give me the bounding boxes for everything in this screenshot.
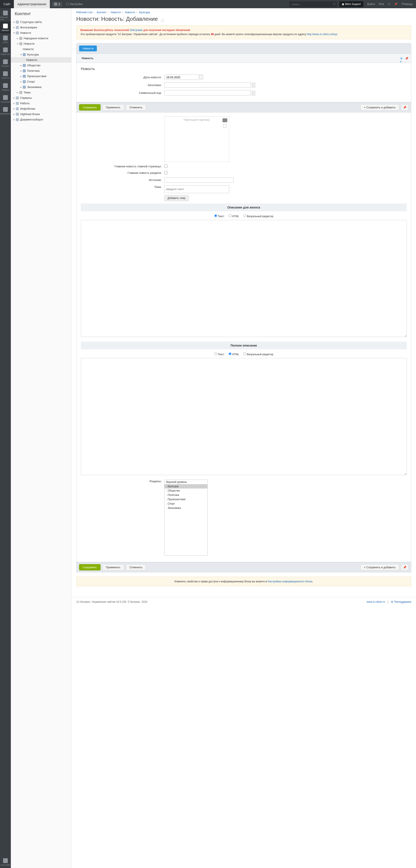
radio-input[interactable]: [243, 352, 246, 355]
notes-icon[interactable]: ☐: [388, 3, 390, 6]
crumb-culture[interactable]: Культура: [139, 11, 150, 14]
buy-link[interactable]: http://www.1c-bitrix.ru/buy/: [307, 33, 338, 36]
tree-structure[interactable]: ▸Структура сайта: [11, 19, 71, 25]
apply-button-bottom[interactable]: Применить: [102, 564, 124, 570]
tree-sport[interactable]: ▸Спорт: [11, 79, 71, 84]
section-option-economy[interactable]: . Экономика: [164, 506, 207, 510]
section-option-incidents[interactable]: . Происшествия: [164, 497, 207, 501]
tree-services[interactable]: ▸Сервисы: [11, 95, 71, 100]
tab-site[interactable]: Сайт: [0, 0, 14, 8]
radio-input[interactable]: [229, 352, 231, 355]
apply-button[interactable]: Применить: [102, 104, 124, 111]
iblock-settings-link[interactable]: Настройках информационного блока.: [267, 580, 313, 583]
rail-shop[interactable]: Магазин: [0, 57, 11, 69]
tree-highload[interactable]: ▸Highload-блоки: [11, 112, 71, 117]
code-tools[interactable]: [252, 91, 255, 96]
crumb-news1[interactable]: Новости: [110, 11, 121, 14]
subtab-item[interactable]: Новость: [79, 56, 96, 61]
tree-work[interactable]: ▸Работа: [11, 100, 71, 106]
pin-icon[interactable]: 📌: [394, 3, 397, 6]
save-button[interactable]: Сохранить: [79, 104, 100, 111]
footer-site-link[interactable]: www.1c-bitrix.ru: [366, 600, 385, 603]
rail-marketing[interactable]: Маркетинг: [0, 45, 11, 57]
input-theme[interactable]: [164, 185, 229, 193]
rail-services[interactable]: Сервисы: [0, 81, 11, 93]
settings-gear-icon[interactable]: ⚙ ▾: [400, 57, 403, 60]
tree-incidents[interactable]: ▸Происшествия: [11, 73, 71, 79]
crumb-desktop[interactable]: Рабочий стол: [76, 11, 93, 14]
save-button-bottom[interactable]: Сохранить: [79, 564, 100, 570]
input-source[interactable]: [164, 178, 233, 183]
radio-detail-text[interactable]: Текст: [214, 353, 224, 356]
save-and-add-button[interactable]: + Сохранить и добавить: [360, 104, 399, 111]
footer-support-link[interactable]: ⚙ Техподдержка: [391, 600, 411, 603]
crumb-content[interactable]: Контент: [97, 11, 106, 14]
tree-iblocks[interactable]: ▸Инфоблоки: [11, 106, 71, 112]
search-input[interactable]: [289, 1, 337, 7]
tree-economy[interactable]: ▸Экономика: [11, 84, 71, 90]
tree-news-folk[interactable]: ▸Народные новости: [11, 35, 71, 41]
tree-docflow[interactable]: ▸Документооборот: [11, 117, 71, 122]
logout-link[interactable]: Выйти: [367, 3, 375, 6]
rail-content[interactable]: Контент: [0, 22, 11, 33]
search-icon[interactable]: [333, 3, 335, 5]
radio-preview-html[interactable]: HTML: [229, 215, 239, 218]
image-icon[interactable]: [223, 118, 227, 122]
textarea-detail[interactable]: [81, 358, 407, 475]
pin-icon[interactable]: 📌: [405, 57, 408, 60]
tab-news[interactable]: Новости: [79, 45, 97, 51]
tree-politics[interactable]: ▸Политика: [11, 68, 71, 73]
calendar-icon[interactable]: [199, 75, 202, 79]
input-code[interactable]: [164, 90, 251, 95]
help-link[interactable]: ? Помощь: [401, 3, 413, 6]
tree-news-root[interactable]: ▾Новости: [11, 30, 71, 35]
tree-themes[interactable]: ▸Темы: [11, 90, 71, 95]
checkbox-mainpage[interactable]: [164, 164, 167, 168]
section-option-politics[interactable]: . Политика: [164, 493, 207, 497]
image-dropzone[interactable]: Перетащите картинку: [164, 116, 229, 162]
add-theme-button[interactable]: Добавить тему: [164, 195, 189, 201]
radio-detail-visual[interactable]: Визуальный редактор: [243, 353, 273, 356]
pin-button-bottom[interactable]: 📌: [401, 564, 408, 570]
textarea-preview[interactable]: [81, 220, 407, 337]
siteupdate-link[interactable]: SiteUpdate: [130, 29, 142, 32]
section-option-culture[interactable]: . Культура: [164, 484, 207, 489]
tree-news-main[interactable]: ▾Новости: [11, 41, 71, 46]
user-button[interactable]: Bitrix Support: [339, 1, 363, 7]
notifications[interactable]: 2: [52, 2, 62, 7]
radio-input[interactable]: [214, 214, 217, 217]
input-date[interactable]: [164, 74, 203, 80]
input-headline[interactable]: [164, 82, 251, 88]
cancel-button[interactable]: Отменить: [126, 104, 146, 111]
cancel-button-bottom[interactable]: Отменить: [126, 564, 146, 570]
rail-sites[interactable]: Сайты: [0, 33, 11, 45]
section-option-society[interactable]: . Общество: [164, 489, 207, 493]
rail-desktop[interactable]: Рабочий стол: [0, 9, 11, 22]
lang-selector[interactable]: RU ▾: [379, 3, 384, 6]
section-option-sport[interactable]: . Спорт: [164, 501, 207, 506]
section-option-top[interactable]: Верхний уровень: [164, 480, 207, 484]
tree-society[interactable]: ▸Общество: [11, 63, 71, 68]
pin-button[interactable]: 📌: [401, 104, 408, 111]
settings-link[interactable]: Настройки: [66, 3, 83, 6]
favorite-star-icon[interactable]: ☆: [160, 17, 164, 21]
save-and-add-button-bottom[interactable]: + Сохранить и добавить: [360, 564, 399, 570]
radio-detail-html[interactable]: HTML: [229, 353, 239, 356]
radio-input[interactable]: [229, 214, 231, 217]
tree-culture[interactable]: ▾Культура: [11, 52, 71, 57]
rail-marketplace[interactable]: Marketplace: [0, 105, 11, 117]
tree-photo[interactable]: ▸Фотогалерея: [11, 25, 71, 30]
tree-culture-news[interactable]: Новости: [11, 57, 71, 63]
headline-tools[interactable]: [252, 83, 255, 88]
tree-news-elements[interactable]: Новости: [11, 46, 71, 52]
radio-input[interactable]: [243, 214, 246, 217]
tab-admin[interactable]: Администрирование: [14, 0, 50, 8]
crumb-news2[interactable]: Новости: [125, 11, 135, 14]
rail-analytics[interactable]: Аналитика: [0, 93, 11, 105]
radio-preview-visual[interactable]: Визуальный редактор: [243, 215, 273, 218]
rail-clients[interactable]: Клиенты: [0, 69, 11, 81]
file-icon[interactable]: [223, 124, 226, 128]
sections-listbox[interactable]: Верхний уровень . Культура . Общество . …: [164, 479, 207, 556]
checkbox-mainsect[interactable]: [164, 171, 167, 174]
radio-input[interactable]: [214, 352, 217, 355]
